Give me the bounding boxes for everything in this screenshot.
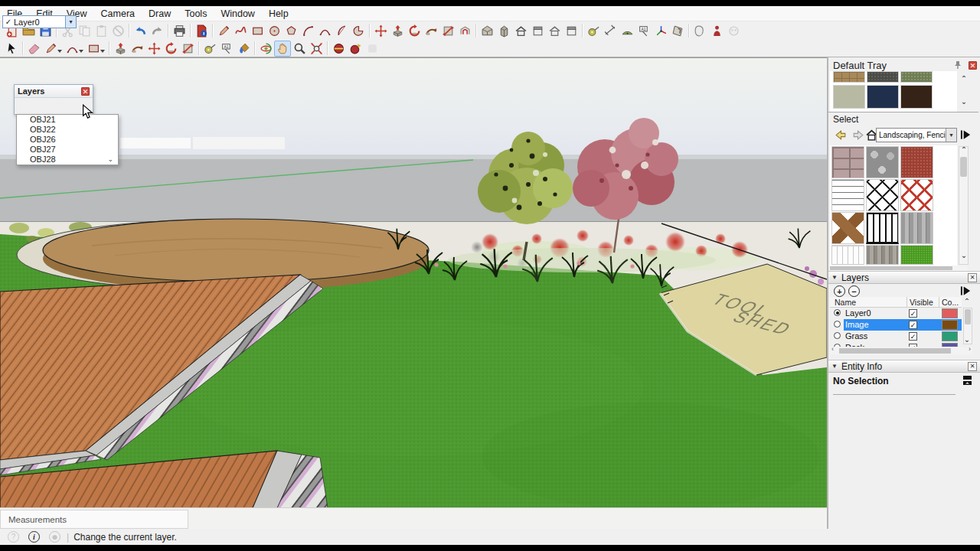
arc-tool2-icon[interactable] — [64, 41, 80, 57]
arc-tool2-icon-dropdown[interactable] — [79, 50, 83, 53]
scale-tool2-icon[interactable] — [179, 41, 196, 57]
layer-color-chip[interactable] — [942, 343, 958, 347]
layers-scroll-down-icon[interactable]: ⌄ — [962, 335, 972, 344]
swatch-scrollbar[interactable]: ⌃ ⌄ — [959, 146, 969, 265]
tape-measure-icon[interactable] — [585, 23, 602, 39]
model-viewport[interactable]: TOOL SHED — [0, 57, 827, 507]
layer-dropdown-list[interactable]: OBJ21OBJ22OBJ26OBJ27OBJ28⌄ — [16, 114, 119, 165]
layer-color-chip[interactable] — [942, 308, 958, 318]
paste-icon[interactable] — [93, 23, 109, 39]
current-layer-dropdown-arrow-icon[interactable]: ▾ — [65, 16, 76, 28]
arc-tool-icon[interactable] — [316, 23, 333, 39]
component-options-icon[interactable] — [347, 41, 364, 57]
layer-option-obj21[interactable]: OBJ21 — [17, 115, 118, 125]
followme-tool-icon[interactable] — [423, 23, 439, 39]
layer-option-obj27[interactable]: OBJ27 — [17, 145, 118, 155]
circle-tool-icon[interactable] — [266, 23, 283, 39]
collections-dropdown[interactable]: Landscaping, Fencing a ▼ — [876, 128, 957, 142]
offset-tool-icon[interactable] — [456, 23, 473, 39]
material-moss[interactable] — [900, 71, 933, 83]
swatch-chainlink-black[interactable] — [866, 179, 899, 211]
print-icon[interactable] — [171, 23, 188, 39]
help-circle-icon[interactable]: ? — [8, 531, 19, 543]
add-layer-button[interactable]: + — [834, 285, 845, 297]
select-tool-icon[interactable] — [3, 41, 20, 57]
orbit-tool-icon[interactable] — [257, 41, 274, 57]
layers-section-header[interactable]: ▼ Layers ✕ — [828, 271, 980, 284]
swatch-gray-wood-fence[interactable] — [900, 212, 933, 244]
pushpull-tool2-icon[interactable] — [112, 41, 129, 57]
swatch-red-gravel[interactable] — [900, 146, 933, 178]
remove-layer-button[interactable]: − — [848, 285, 860, 297]
layers-hscrollbar[interactable]: ‹ › — [830, 347, 972, 354]
line-tool2-icon-dropdown[interactable] — [57, 50, 62, 53]
walk-tool-icon[interactable] — [691, 23, 708, 39]
back-arrow-icon[interactable] — [835, 129, 848, 142]
layer-current-radio[interactable] — [834, 321, 841, 328]
arc-3pt-tool-icon[interactable] — [333, 23, 350, 39]
text-tool2-icon[interactable]: A1 — [218, 41, 235, 57]
layer-row-deck[interactable]: Deck✓ — [830, 342, 962, 347]
material-tan-pavers[interactable] — [833, 71, 865, 83]
zoom-extents-icon[interactable] — [308, 41, 325, 57]
move-tool2-icon[interactable] — [145, 41, 162, 57]
swatch-crossed-logs[interactable] — [831, 212, 864, 244]
swatch-iron-fence[interactable] — [866, 212, 899, 244]
measurements-box[interactable]: Measurements — [0, 510, 188, 529]
swatch-grass[interactable] — [900, 245, 933, 265]
right-view-icon[interactable] — [563, 23, 580, 39]
text-tool-icon[interactable]: A1 — [635, 23, 652, 39]
layer-visible-checkbox[interactable]: ✓ — [909, 344, 917, 347]
layer-visible-checkbox[interactable]: ✓ — [909, 332, 917, 341]
layer-row-grass[interactable]: Grass✓ — [830, 331, 962, 342]
tray-close-button[interactable]: ✕ — [969, 61, 977, 70]
outliner-icon[interactable] — [364, 41, 381, 57]
layer-color-chip[interactable] — [942, 320, 958, 330]
layer-row-image[interactable]: Image✓ — [830, 319, 962, 331]
menu-help[interactable]: Help — [262, 7, 296, 21]
erase-icon[interactable] — [109, 23, 126, 39]
details-arrow-icon[interactable] — [960, 129, 972, 140]
layer-visible-checkbox[interactable]: ✓ — [909, 321, 917, 329]
collections-dropdown-arrow-icon[interactable]: ▼ — [946, 129, 956, 142]
iso-view-icon[interactable] — [479, 23, 495, 39]
palette-scroll-up-icon[interactable]: ⌃ — [959, 74, 969, 83]
material-navy[interactable] — [867, 85, 899, 109]
rect-tool2-icon[interactable] — [85, 41, 102, 57]
layer-option-obj22[interactable]: OBJ22 — [17, 125, 118, 135]
model-info-icon[interactable] — [193, 23, 210, 39]
menu-camera[interactable]: Camera — [94, 7, 142, 21]
user-circle-icon[interactable]: ☻ — [49, 531, 60, 543]
collapse-triangle-icon[interactable]: ▼ — [831, 363, 838, 370]
position-camera-icon[interactable] — [708, 23, 725, 39]
layers-section-close-button[interactable]: ✕ — [968, 273, 977, 282]
material-asphalt[interactable] — [867, 71, 899, 83]
zoom-tool-icon[interactable] — [291, 41, 308, 57]
scale-tool-icon[interactable] — [439, 23, 456, 39]
redo-icon[interactable] — [149, 23, 165, 39]
front-view-icon[interactable] — [512, 23, 529, 39]
entity-info-toggle-icon[interactable] — [963, 376, 972, 386]
collapse-triangle-icon[interactable]: ▼ — [831, 274, 838, 281]
list-scroll-more-icon[interactable]: ⌄ — [107, 155, 113, 163]
material-espresso[interactable] — [900, 85, 933, 109]
swatch-barbed-wire[interactable] — [831, 179, 864, 211]
layer-option-obj26[interactable]: OBJ26 — [17, 135, 118, 145]
menu-draw[interactable]: Draw — [142, 7, 178, 21]
pan-tool-icon[interactable] — [274, 41, 291, 57]
top-view-icon[interactable] — [529, 23, 546, 39]
menu-window[interactable]: Window — [214, 7, 261, 21]
arc-2pt-tool-icon[interactable] — [299, 23, 316, 39]
swatch-weathered-planks[interactable] — [866, 245, 899, 265]
forward-arrow-icon[interactable] — [851, 129, 864, 142]
palette-scroll-down-icon[interactable]: ⌄ — [959, 97, 969, 106]
entity-info-close-button[interactable]: ✕ — [968, 362, 977, 371]
layer-visible-checkbox[interactable]: ✓ — [909, 309, 917, 318]
line-tool-icon[interactable] — [215, 23, 232, 39]
info-circle-icon[interactable]: i — [28, 531, 40, 543]
swatch-hscrollbar[interactable] — [830, 266, 968, 271]
eraser-tool-icon[interactable] — [25, 41, 42, 57]
swatch-gray-cobblestone[interactable] — [866, 146, 899, 178]
pie-tool-icon[interactable] — [350, 23, 367, 39]
swatch-chainlink-red[interactable] — [900, 179, 933, 211]
